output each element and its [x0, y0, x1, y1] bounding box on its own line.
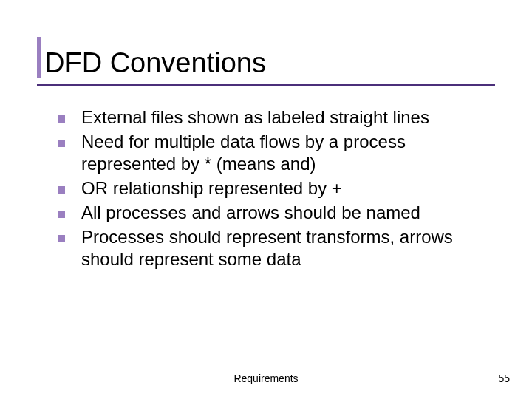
title-row: DFD Conventions: [37, 37, 495, 78]
list-item: External files shown as labeled straight…: [58, 106, 495, 129]
bullet-list: External files shown as labeled straight…: [37, 106, 495, 271]
slide: DFD Conventions External files shown as …: [0, 0, 532, 399]
square-bullet-icon: [58, 140, 65, 147]
square-bullet-icon: [58, 211, 65, 218]
list-item-text: All processes and arrows should be named: [81, 202, 420, 222]
list-item: Processes should represent transforms, a…: [58, 226, 495, 271]
square-bullet-icon: [58, 186, 65, 194]
list-item: OR relationship represented by +: [58, 177, 495, 200]
list-item-text: OR relationship represented by +: [81, 178, 342, 198]
list-item: All processes and arrows should be named: [58, 202, 495, 225]
list-item-text: External files shown as labeled straight…: [81, 107, 429, 127]
list-item-text: Processes should represent transforms, a…: [81, 227, 453, 270]
square-bullet-icon: [58, 235, 65, 242]
slide-title: DFD Conventions: [44, 49, 266, 78]
footer-label: Requirements: [0, 372, 532, 384]
title-underline: [37, 84, 495, 86]
page-number: 55: [498, 372, 510, 384]
list-item-text: Need for multiple data flows by a proces…: [81, 132, 406, 174]
accent-bar-icon: [37, 37, 41, 78]
list-item: Need for multiple data flows by a proces…: [58, 131, 495, 176]
square-bullet-icon: [58, 115, 65, 123]
